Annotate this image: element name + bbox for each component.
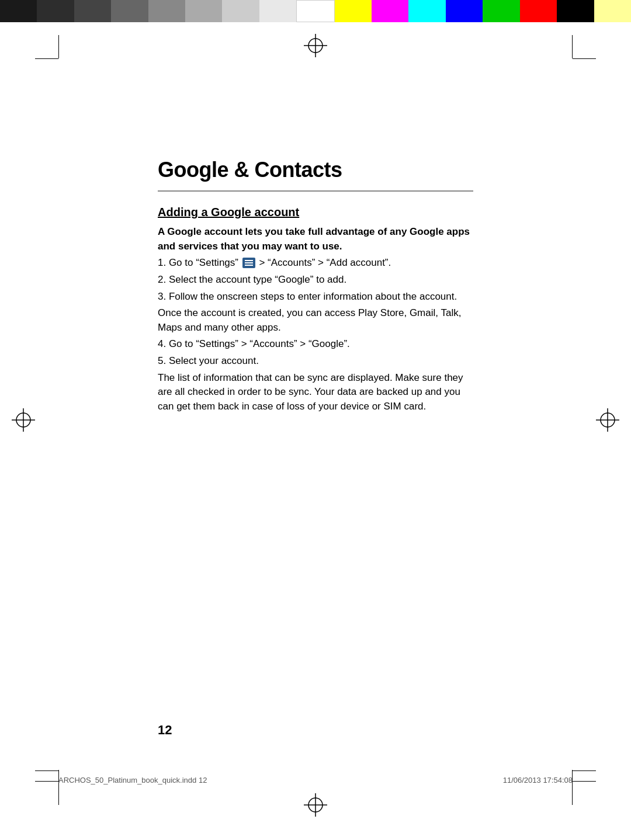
color-bar: [0, 0, 631, 22]
crosshair-mid-left: [12, 408, 35, 432]
swatch-gray8: [259, 0, 296, 22]
crosshair-mid-right: [596, 408, 619, 432]
swatch-dark1: [0, 0, 37, 22]
title-divider: [158, 190, 473, 192]
swatch-light-yellow: [594, 0, 631, 22]
trim-mark-top-left-h: [35, 58, 58, 59]
section-body: A Google account lets you take full adva…: [158, 225, 473, 414]
swatch-yellow: [335, 0, 372, 22]
settings-icon: [242, 258, 255, 268]
swatch-green: [483, 0, 519, 22]
step-4: 4. Go to “Settings” > “Accounts” > “Goog…: [158, 337, 473, 352]
footer-timestamp: 11/06/2013 17:54:08: [503, 776, 573, 785]
swatch-white: [296, 0, 334, 22]
swatch-gray6: [185, 0, 222, 22]
step-1: 1. Go to “Settings” > “Accounts” > “Add …: [158, 256, 473, 270]
swatch-blue: [446, 0, 483, 22]
footer-filename: ARCHOS_50_Platinum_book_quick.indd 12: [58, 776, 207, 785]
swatch-gray7: [222, 0, 259, 22]
swatch-cyan: [408, 0, 445, 22]
trim-mark-top-right-v: [572, 35, 573, 58]
intro-text: A Google account lets you take full adva…: [158, 225, 473, 254]
swatch-red: [520, 0, 557, 22]
section-heading: Adding a Google account: [158, 206, 473, 219]
swatch-dark2: [37, 0, 74, 22]
step-2: 2. Select the account type “Google” to a…: [158, 273, 473, 287]
trim-mark-top-left-v: [58, 35, 59, 58]
trim-mark-footer-left-h: [35, 770, 58, 771]
step-once: Once the account is created, you can acc…: [158, 306, 473, 335]
step-sync: The list of information that can be sync…: [158, 371, 473, 414]
trim-mark-bot-right-v: [572, 782, 573, 805]
swatch-gray3: [74, 0, 111, 22]
page-title: Google & Contacts: [158, 158, 473, 182]
trim-mark-top-right-h: [573, 58, 596, 59]
trim-mark-bot-left-v: [58, 782, 59, 805]
page-content: Google & Contacts Adding a Google accoun…: [158, 158, 473, 416]
step-3: 3. Follow the onscreen steps to enter in…: [158, 290, 473, 304]
crosshair-top-center: [304, 34, 327, 57]
swatch-gray4: [111, 0, 148, 22]
step-5: 5. Select your account.: [158, 354, 473, 369]
trim-mark-footer-right-h: [573, 770, 596, 771]
swatch-black: [557, 0, 594, 22]
footer-info: ARCHOS_50_Platinum_book_quick.indd 12 11…: [0, 776, 631, 785]
swatch-magenta: [372, 0, 408, 22]
page-number: 12: [158, 723, 172, 738]
crosshair-bottom-center: [304, 793, 327, 817]
swatch-gray5: [148, 0, 185, 22]
